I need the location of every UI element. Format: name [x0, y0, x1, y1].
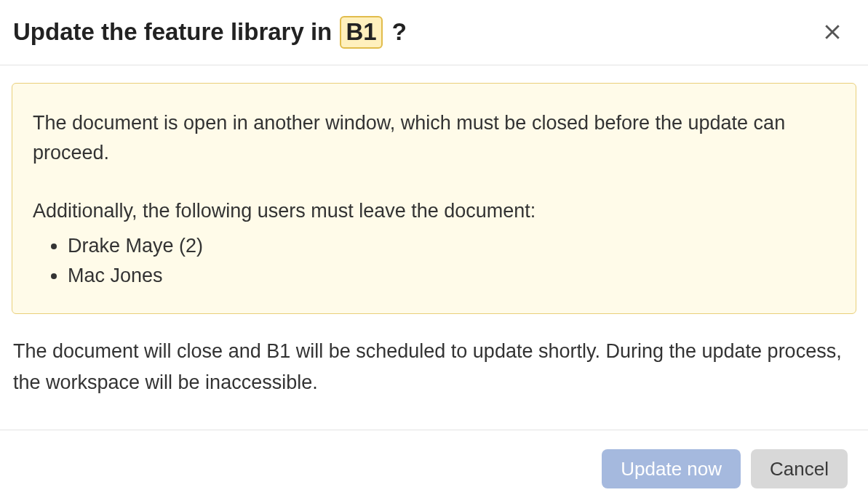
update-dialog: Update the feature library in B1 ? The d…: [0, 0, 868, 503]
close-icon: [821, 21, 843, 43]
dialog-footer: Update now Cancel: [0, 430, 868, 503]
cancel-button[interactable]: Cancel: [751, 449, 848, 488]
update-now-button[interactable]: Update now: [602, 449, 741, 488]
dialog-header: Update the feature library in B1 ?: [0, 0, 868, 65]
dialog-description: The document will close and B1 will be s…: [12, 336, 856, 398]
spacer: [33, 169, 835, 196]
dialog-title: Update the feature library in B1 ?: [13, 16, 407, 49]
warning-user-item: Mac Jones: [68, 261, 835, 291]
dialog-body: The document is open in another window, …: [0, 65, 868, 430]
warning-users-list: Drake Maye (2) Mac Jones: [33, 231, 835, 290]
title-suffix: ?: [386, 17, 407, 47]
warning-panel: The document is open in another window, …: [12, 83, 856, 315]
title-prefix: Update the feature library in: [13, 17, 338, 47]
warning-user-item: Drake Maye (2): [68, 231, 835, 261]
warning-doc-open: The document is open in another window, …: [33, 108, 835, 169]
close-button[interactable]: [817, 17, 848, 47]
warning-users-intro: Additionally, the following users must l…: [33, 196, 835, 227]
workspace-badge: B1: [340, 16, 382, 49]
